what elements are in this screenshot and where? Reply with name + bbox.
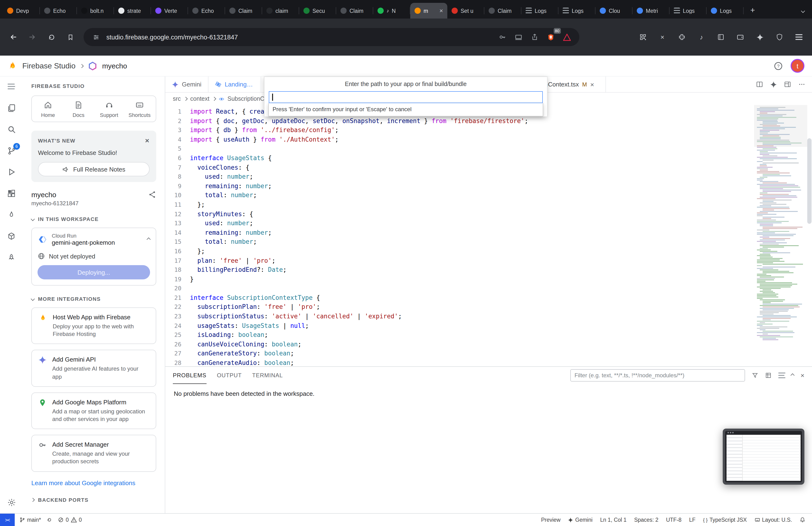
code-line[interactable]: 19} — [165, 274, 812, 284]
browser-tab[interactable]: Logs — [559, 3, 595, 18]
tab-gemini[interactable]: Gemini — [165, 76, 208, 92]
browser-tab[interactable]: Echo — [188, 3, 225, 18]
code-line[interactable]: 21interface SubscriptionContextType { — [165, 293, 812, 302]
code-editor[interactable]: 1import React, { createContext, useConte… — [165, 105, 812, 366]
view-as-table-icon[interactable] — [765, 372, 772, 379]
browser-tab[interactable]: Logs — [521, 3, 559, 18]
tab-problems[interactable]: PROBLEMS — [173, 367, 206, 384]
search-icon[interactable] — [6, 124, 17, 134]
browser-tab[interactable]: Claim — [336, 3, 373, 18]
code-line[interactable]: 7 voiceClones: { — [165, 163, 812, 172]
browser-tab[interactable]: bolt.n — [77, 3, 114, 18]
extensions-puzzle-icon[interactable] — [676, 31, 687, 43]
code-line[interactable]: 26 canUseVoiceCloning: boolean; — [165, 340, 812, 349]
preview-button[interactable]: Preview — [541, 517, 561, 523]
menu-icon[interactable] — [793, 31, 804, 43]
code-line[interactable]: 15 total: number; — [165, 237, 812, 246]
layout-icon[interactable] — [784, 81, 791, 88]
ai-sparkle-icon[interactable] — [754, 31, 766, 43]
keyboard-layout[interactable]: Layout: U.S. — [754, 517, 792, 523]
bookmark-icon[interactable] — [64, 31, 76, 43]
browser-tab[interactable]: Metri — [633, 3, 669, 18]
wallet-icon[interactable] — [735, 31, 746, 43]
code-line[interactable]: 18 billingPeriodEnd?: Date; — [165, 265, 812, 274]
code-line[interactable]: 8 used: number; — [165, 172, 812, 181]
integrations-section-header[interactable]: MORE INTEGRATIONS — [31, 296, 156, 302]
minimap[interactable] — [756, 105, 806, 366]
integration-card[interactable]: Add Secret ManagerCreate, manage and vie… — [31, 435, 156, 472]
maximize-panel-icon[interactable] — [791, 373, 795, 378]
support-button[interactable]: Support — [94, 101, 125, 118]
language-mode[interactable]: { } TypeScript JSX — [703, 517, 747, 523]
code-line[interactable]: 12 storyMinutes: { — [165, 209, 812, 218]
share-icon[interactable] — [529, 31, 540, 43]
code-line[interactable]: 24 usageStats: UsageStats | null; — [165, 321, 812, 330]
run-debug-icon[interactable] — [6, 167, 17, 177]
code-line[interactable]: 25 isLoading: boolean; — [165, 330, 812, 340]
settings-gear-icon[interactable] — [6, 497, 17, 508]
browser-tab[interactable]: m× — [410, 3, 447, 18]
more-actions-icon[interactable] — [798, 81, 806, 88]
remote-indicator[interactable]: >< — [0, 514, 15, 526]
collapse-chevron-icon[interactable] — [147, 238, 151, 242]
explorer-icon[interactable] — [6, 103, 17, 113]
code-line[interactable]: 14 remaining: number; — [165, 228, 812, 237]
tab-terminal[interactable]: TERMINAL — [252, 367, 283, 384]
code-line[interactable]: 23 subscriptionStatus: 'active' | 'cance… — [165, 312, 812, 321]
sync-button[interactable] — [47, 517, 53, 523]
browser-tab[interactable]: claim — [262, 3, 299, 18]
password-key-icon[interactable] — [497, 31, 508, 43]
full-release-notes-button[interactable]: Full Release Notes — [38, 162, 149, 176]
tab-search-chevron-icon[interactable] — [801, 9, 805, 13]
close-tabs-icon[interactable]: × — [657, 31, 668, 43]
git-branch-button[interactable]: main* — [19, 517, 41, 523]
integration-card[interactable]: Add Gemini APIAdd generative AI features… — [31, 350, 156, 387]
tab-output[interactable]: OUTPUT — [217, 367, 242, 384]
workspace-section-header[interactable]: IN THIS WORKSPACE — [31, 216, 156, 222]
code-line[interactable]: 16 }; — [165, 246, 812, 256]
docs-button[interactable]: Docs — [63, 101, 94, 118]
code-line[interactable]: 4import { useAuth } from './AuthContext'… — [165, 135, 812, 144]
integration-card[interactable]: Host Web App with FirebaseDeploy your ap… — [31, 308, 156, 344]
editor-sparkle-icon[interactable] — [770, 81, 777, 88]
browser-tab[interactable]: Devp — [3, 3, 40, 18]
tab-close-icon[interactable]: × — [439, 7, 443, 14]
new-tab-button[interactable]: + — [746, 4, 759, 17]
rail-menu-icon[interactable] — [6, 81, 17, 92]
send-to-device-icon[interactable] — [513, 31, 524, 43]
source-control-icon[interactable]: 6 — [6, 145, 17, 156]
back-icon[interactable] — [8, 31, 19, 43]
share-workspace-icon[interactable] — [148, 190, 156, 207]
project-title[interactable]: myecho — [102, 62, 127, 70]
firebase-panel-icon[interactable] — [6, 210, 17, 220]
code-line[interactable]: 17 plan: 'free' | 'pro'; — [165, 256, 812, 265]
browser-tab[interactable]: Claim — [225, 3, 262, 18]
collapse-all-icon[interactable] — [778, 375, 784, 376]
site-settings-icon[interactable] — [90, 31, 102, 43]
problems-summary[interactable]: 0 0 — [58, 517, 82, 523]
notifications-bell-icon[interactable] — [800, 517, 806, 523]
code-line[interactable]: 28 canGenerateAudio: boolean; — [165, 358, 812, 366]
browser-tab[interactable]: Logs — [707, 3, 744, 18]
home-button[interactable]: Home — [33, 101, 63, 118]
rocket-icon[interactable] — [6, 252, 17, 263]
window-thumbnail[interactable] — [723, 429, 804, 485]
browser-tab[interactable]: ♪N — [373, 3, 410, 18]
code-line[interactable]: 11 }; — [165, 200, 812, 209]
url-bar[interactable]: studio.firebase.google.com/myecho-613218… — [84, 28, 579, 46]
cursor-position[interactable]: Ln 1, Col 1 — [600, 517, 626, 523]
close-panel-icon[interactable]: × — [801, 372, 804, 379]
code-line[interactable]: 20 — [165, 284, 812, 293]
gemini-status-button[interactable]: Gemini — [568, 517, 593, 523]
rewards-triangle-icon[interactable] — [561, 31, 573, 43]
brave-shield-icon[interactable]: 80 — [545, 31, 556, 43]
indentation[interactable]: Spaces: 2 — [634, 517, 658, 523]
code-line[interactable]: 27 canGenerateStory: boolean; — [165, 349, 812, 358]
package-icon[interactable] — [6, 231, 17, 241]
media-icon[interactable]: ♪ — [696, 31, 707, 43]
browser-tab[interactable]: Secu — [299, 3, 336, 18]
code-line[interactable]: 5 — [165, 144, 812, 154]
learn-more-link[interactable]: Learn more about Google integrations — [31, 479, 156, 486]
extensions-icon[interactable] — [6, 188, 17, 199]
filter-funnel-icon[interactable] — [752, 372, 758, 379]
